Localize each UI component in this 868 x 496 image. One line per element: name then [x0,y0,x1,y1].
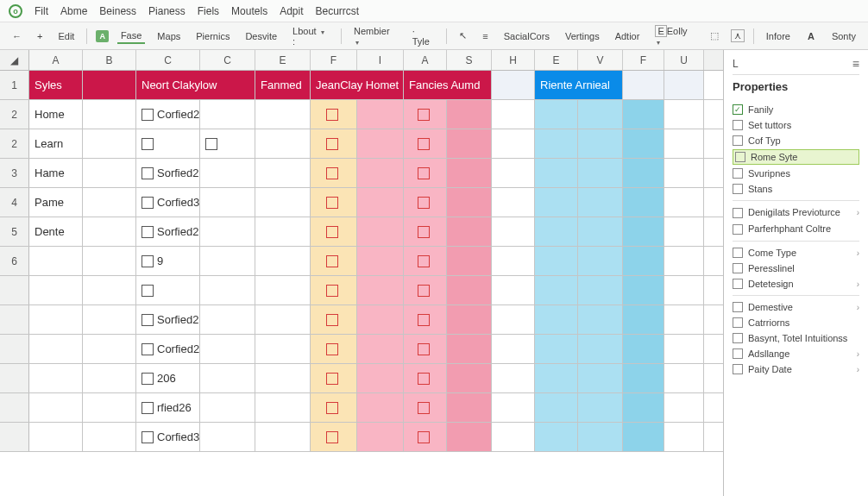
cell[interactable] [200,335,255,363]
cell[interactable] [623,159,664,187]
prop-item[interactable]: Peresslinel [733,261,859,276]
select-all-cell[interactable]: ◢ [0,50,29,70]
cell[interactable] [492,423,535,451]
checkbox-icon[interactable] [733,184,743,194]
checkbox-icon[interactable] [142,373,154,385]
fase-button[interactable]: Fase [117,28,145,44]
cell[interactable] [200,129,255,158]
cell[interactable] [492,129,535,158]
checkbox-icon[interactable] [326,109,338,121]
row-header[interactable]: 4 [0,188,29,217]
cell[interactable] [447,100,492,129]
cell[interactable] [535,129,578,158]
cell[interactable] [255,247,311,275]
cell[interactable]: Sorfied21 [136,217,200,246]
prop-item[interactable]: Adsllange› [733,346,859,361]
checkbox-icon[interactable] [733,135,743,146]
checkbox-icon[interactable] [142,285,154,297]
menu-moutels[interactable]: Moutels [231,5,267,17]
cell[interactable] [83,129,136,158]
cell[interactable] [83,364,136,392]
cell[interactable]: rfied26 [136,393,200,422]
checkbox-icon[interactable] [418,226,430,238]
cell[interactable] [535,188,578,217]
menu-adpit[interactable]: Adpit [280,5,303,17]
cell[interactable] [578,188,623,217]
checkbox-icon[interactable] [733,302,743,312]
row-header[interactable]: 1 [0,71,29,99]
cell[interactable] [357,100,404,129]
cell[interactable] [200,100,255,129]
cell[interactable] [535,364,578,392]
col-header-B[interactable]: B [83,50,136,70]
prop-item[interactable]: Demestive› [733,299,859,315]
cell[interactable]: Hame [29,159,83,187]
menu-fiels[interactable]: Fiels [198,5,219,17]
col-header-U[interactable]: U [664,50,704,70]
checkbox-icon[interactable] [326,373,338,385]
cell[interactable] [83,100,136,129]
cell[interactable] [404,247,447,275]
col-header-H[interactable]: H [492,50,535,70]
cell[interactable] [255,217,311,246]
menu-becurrcst[interactable]: Becurrcst [316,5,360,17]
cell[interactable] [447,393,492,422]
cell[interactable] [83,217,136,246]
cell[interactable] [664,129,704,158]
cell[interactable] [83,335,136,363]
col-header-C2[interactable]: C [200,50,255,70]
cell[interactable] [311,393,357,422]
cell[interactable] [578,364,623,392]
cell[interactable] [200,188,255,217]
header-cell[interactable] [664,71,704,99]
checkbox-icon[interactable] [142,402,154,414]
cell[interactable] [492,247,535,275]
header-cell[interactable] [83,71,136,99]
adtior-button[interactable]: Adtior [612,29,644,43]
cell[interactable] [311,305,357,334]
cell[interactable] [535,100,578,129]
row-header[interactable]: 5 [0,217,29,246]
prop-item[interactable]: Set tuttors [733,117,859,133]
prop-item[interactable]: Stans [733,181,859,197]
prop-item[interactable]: Come Type› [733,245,859,261]
toolbar-misc-icon2[interactable]: ⋏ [731,29,745,42]
cell[interactable]: Sorfied26 [136,159,200,187]
cell[interactable] [311,335,357,363]
cell[interactable] [578,335,623,363]
cell[interactable] [664,247,704,275]
maps-button[interactable]: Maps [154,29,184,43]
cell[interactable]: Corfied36 [136,188,200,217]
desvite-button[interactable]: Desvite [242,29,280,43]
cell[interactable] [200,305,255,334]
cell[interactable] [404,393,447,422]
cell[interactable] [29,393,83,422]
cell[interactable] [623,217,664,246]
checkbox-icon[interactable] [418,167,430,179]
checkbox-icon[interactable] [326,167,338,179]
checkbox-icon[interactable] [733,208,743,218]
cell[interactable] [200,423,255,451]
cell[interactable] [311,247,357,275]
cell[interactable] [535,247,578,275]
cell[interactable] [664,276,704,305]
checkbox-icon[interactable] [326,343,338,355]
cell[interactable] [83,159,136,187]
checkbox-icon[interactable] [205,138,217,150]
cell[interactable] [664,423,704,451]
row-header[interactable] [0,335,29,363]
menu-beiness[interactable]: Beiness [99,5,136,17]
infore-button[interactable]: Infore [763,29,794,43]
cell[interactable] [255,188,311,217]
cell[interactable] [578,129,623,158]
cell[interactable] [578,393,623,422]
header-cell[interactable]: Syles [29,71,83,99]
cell[interactable] [578,100,623,129]
checkbox-icon[interactable] [418,431,430,443]
cell[interactable] [623,247,664,275]
header-cell[interactable] [492,71,535,99]
cell[interactable] [447,305,492,334]
cell[interactable] [535,159,578,187]
cell[interactable] [578,247,623,275]
row-header[interactable]: 2 [0,100,29,129]
